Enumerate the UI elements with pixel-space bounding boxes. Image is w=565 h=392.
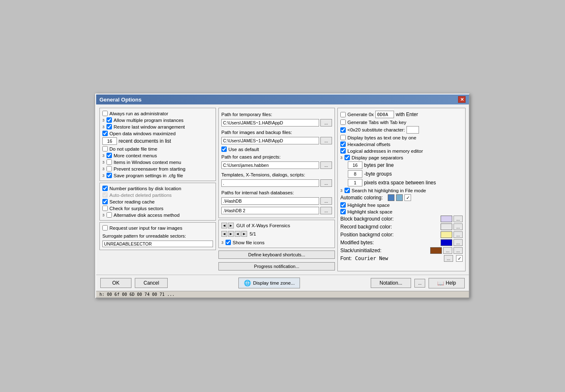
- position-bg-color-btn[interactable]: ...: [453, 231, 463, 238]
- font-check[interactable]: ✓: [456, 255, 463, 262]
- open-maximized-checkbox[interactable]: [102, 131, 108, 136]
- auto-color-check[interactable]: ✓: [404, 194, 411, 201]
- position-bg-color-label: Position backgrnd color:: [340, 232, 439, 238]
- do-not-update-row: Do not update file time: [102, 146, 213, 151]
- hash-db-input1[interactable]: [221, 197, 319, 205]
- record-bg-color-label: Record backgrnd color:: [340, 224, 439, 230]
- cases-path-input[interactable]: [221, 161, 319, 169]
- request-raw-checkbox[interactable]: [102, 225, 108, 231]
- define-kbd-btn[interactable]: Define keyboard shortcuts...: [218, 251, 335, 259]
- restore-window-checkbox[interactable]: [107, 124, 112, 129]
- modified-bytes-swatch[interactable]: [441, 239, 452, 246]
- nav-right[interactable]: ►: [228, 223, 234, 228]
- super3-9: 3: [340, 156, 342, 160]
- use-as-default-row: Use as default: [221, 146, 332, 152]
- surrogate-input[interactable]: [102, 241, 213, 247]
- block-bg-color-swatch[interactable]: [441, 216, 452, 222]
- logical-addresses-checkbox[interactable]: [340, 148, 346, 154]
- record-bg-color-swatch[interactable]: [441, 223, 452, 230]
- super3-5: 3: [102, 167, 104, 171]
- generate-0x-checkbox[interactable]: [340, 112, 346, 117]
- hex-value-input[interactable]: [375, 111, 394, 118]
- bottom-ellipsis-btn[interactable]: ...: [414, 279, 425, 288]
- show-file-icons-row: 3 Show file icons: [221, 240, 332, 245]
- bytes-per-line-input[interactable]: [348, 161, 362, 169]
- save-cfg-checkbox[interactable]: [107, 173, 112, 178]
- hash-db-browse1[interactable]: ...: [320, 197, 332, 205]
- block-bg-color-btn[interactable]: ...: [453, 216, 463, 222]
- temp-path-browse[interactable]: ...: [320, 119, 332, 127]
- bottom-right: Notation... ... 📖 Help: [371, 278, 465, 288]
- byte-groups-input[interactable]: [348, 170, 362, 178]
- images-path-browse[interactable]: ...: [320, 137, 332, 144]
- templates-path-browse[interactable]: ...: [320, 179, 332, 187]
- font-btn[interactable]: ...: [444, 255, 453, 262]
- slack-uninit-btn1[interactable]: ...: [443, 247, 452, 254]
- hash-db-input2[interactable]: [221, 207, 319, 214]
- slack-uninit-btn2[interactable]: ...: [453, 247, 463, 254]
- highlight-free-checkbox[interactable]: [340, 202, 346, 208]
- recent-docs-input[interactable]: [102, 137, 117, 145]
- super3-10: 3: [340, 189, 342, 193]
- images-path-input[interactable]: [221, 137, 319, 144]
- templates-label: Templates, X-Tensions, dialogs, scripts:: [221, 172, 332, 177]
- open-maximized-label: Open data windows maximized: [109, 131, 176, 136]
- display-time-btn[interactable]: 🌐 Display time zone...: [238, 278, 300, 288]
- hash-db-browse2[interactable]: ...: [320, 207, 332, 214]
- search-hit-row: 3 Search hit highlighting in File mode: [340, 188, 463, 193]
- nav-left[interactable]: ◄: [221, 223, 227, 228]
- display-bytes-checkbox[interactable]: [340, 135, 346, 140]
- nav-right2[interactable]: ►: [228, 231, 234, 237]
- sector-reading-checkbox[interactable]: [102, 199, 108, 204]
- nav-left2[interactable]: ◄: [221, 231, 227, 237]
- progress-btn[interactable]: Progress notification...: [218, 262, 335, 270]
- byte-groups-label: -byte groups: [364, 171, 392, 177]
- alt-disk-access-checkbox[interactable]: [107, 212, 112, 218]
- substitute-char-checkbox[interactable]: [340, 127, 346, 133]
- hash-db-label: Paths for internal hash databases:: [221, 190, 332, 195]
- items-windows-context-checkbox[interactable]: [107, 159, 112, 165]
- modified-bytes-btn[interactable]: ...: [453, 239, 463, 246]
- nav-page: 5/1: [250, 231, 256, 236]
- slack-uninit-label: Slack/uninitialized:: [340, 248, 429, 253]
- cases-path-browse[interactable]: ...: [320, 161, 332, 169]
- nav-left3[interactable]: ◄: [235, 231, 240, 237]
- generate-tabs-checkbox[interactable]: [340, 119, 346, 125]
- search-hit-checkbox[interactable]: [344, 188, 350, 193]
- record-bg-color-btn[interactable]: ...: [453, 223, 463, 230]
- nav-arrows-row: ◄ ► GUI of X-Ways Forensics: [221, 223, 332, 228]
- pixels-extra-input[interactable]: [348, 179, 362, 186]
- substitute-char-input[interactable]: [406, 126, 419, 134]
- display-page-sep-checkbox[interactable]: [344, 155, 350, 160]
- always-admin-checkbox[interactable]: [102, 111, 108, 116]
- prevent-screensaver-checkbox[interactable]: [107, 166, 112, 171]
- hex-offsets-checkbox[interactable]: [340, 141, 346, 147]
- templates-path-input[interactable]: [221, 179, 319, 187]
- slack-uninit-swatch[interactable]: [430, 247, 442, 254]
- multiple-instances-checkbox[interactable]: [107, 117, 112, 123]
- cases-path-label: Path for cases and projects:: [221, 154, 332, 159]
- do-not-update-checkbox[interactable]: [102, 146, 108, 151]
- help-btn[interactable]: 📖 Help: [429, 278, 465, 288]
- more-context-checkbox[interactable]: [107, 153, 112, 158]
- cancel-button[interactable]: Cancel: [135, 278, 168, 288]
- temp-path-input[interactable]: [221, 119, 319, 127]
- byte-groups-row: -byte groups: [348, 170, 463, 178]
- position-bg-color-swatch[interactable]: [441, 231, 452, 238]
- temp-path-row: ...: [221, 119, 332, 127]
- auto-color-swatch1[interactable]: [388, 194, 394, 201]
- auto-color-swatch2[interactable]: [396, 194, 403, 201]
- number-partitions-checkbox[interactable]: [102, 186, 108, 191]
- more-context-row: 3 More context menus: [102, 153, 213, 158]
- use-as-default-checkbox[interactable]: [221, 146, 227, 152]
- check-surplus-checkbox[interactable]: [102, 206, 108, 211]
- show-file-icons-checkbox[interactable]: [226, 240, 231, 245]
- ok-button[interactable]: OK: [100, 278, 131, 288]
- super3-7: 3: [102, 213, 104, 217]
- nav-right3[interactable]: ►: [241, 231, 247, 237]
- highlight-slack-checkbox[interactable]: [340, 209, 346, 214]
- notation-btn[interactable]: Notation...: [371, 278, 411, 288]
- number-partitions-label: Number partitions by disk location: [109, 186, 181, 191]
- do-not-update-label: Do not update file time: [109, 146, 157, 151]
- close-button[interactable]: ✕: [458, 96, 466, 103]
